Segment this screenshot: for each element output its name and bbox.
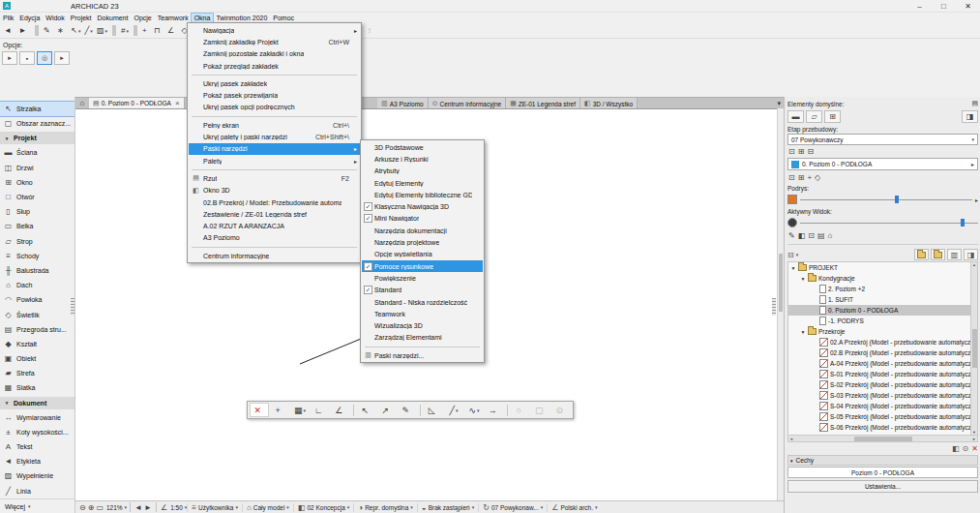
tab[interactable]: ▤ 0. Poziom 0 - PODŁOGA × (89, 98, 185, 108)
tree-item[interactable]: ▼ 02.A Przekrój (Model - przebudowanie a… (788, 337, 970, 347)
toolbox-item[interactable]: ▤ Przegroda stru... (0, 322, 74, 337)
scroll-up-icon[interactable]: ▲ (972, 262, 976, 267)
status-combo[interactable]: ∠ Polski arch. ▾ (547, 503, 601, 512)
navigator-map-icon[interactable]: ◨ (964, 249, 978, 260)
tree-item[interactable]: ▼ S-04 Przekrój (Model - przebudowanie a… (788, 401, 970, 411)
settings-panel-icon[interactable]: ◨ (962, 110, 978, 123)
menu-item[interactable]: A.02 RZUT A ARANŻACJA ▸ (189, 220, 360, 231)
menu-item[interactable]: A3 Poziomo ▸ (189, 232, 360, 244)
toolbox-item[interactable]: ▭ Belka (0, 219, 74, 233)
tree-item[interactable]: ▼ 02.B Przekrój (Model - przebudowanie a… (788, 347, 970, 358)
status-combo[interactable]: ◧ 02 Koncepcja ▾ (293, 503, 353, 512)
drafting-icon[interactable]: ▾ (353, 405, 354, 416)
submenu-item[interactable]: ✓ Standard ▸ (362, 285, 483, 296)
menubar-item[interactable]: Plik (0, 14, 16, 22)
menu-item[interactable]: Ukryj pasek opcji podręcznych ▸ (189, 102, 360, 113)
maximize-icon[interactable]: □ (932, 0, 956, 13)
renovation-filter-select[interactable]: 07 Powykonawczy ▾ (787, 134, 978, 145)
menu-item[interactable]: Ukryj palety i paski narzędzi Ctrl+Shift… (189, 131, 360, 142)
submenu-item[interactable]: ✓ Edytuj Elementy biblioteczne GDL ▸ (362, 189, 483, 200)
toolbox-item[interactable]: ↖ Strzałka (0, 102, 74, 116)
panel-tool-icon[interactable]: ⌂ (828, 231, 833, 240)
story-control-icon[interactable]: ⊟ (807, 147, 814, 156)
drafting-icon[interactable]: ◺ ▾ (424, 403, 443, 417)
menu-item[interactable]: Zamknij pozostałe zakładki i okna ▸ (189, 48, 360, 60)
toolbar-icon[interactable]: ↖ ▾ (69, 24, 82, 37)
scroll-left-icon[interactable]: ◄ (789, 437, 793, 441)
tree-item[interactable]: ▼ S-06 Przekrój (Model - przebudowanie a… (788, 422, 970, 433)
tree-item[interactable]: ▼ 1. SUFIT (788, 294, 970, 305)
tree-item[interactable]: ▼ A-04 Przekrój (Model - przebudowanie a… (788, 358, 970, 369)
menu-item[interactable]: Ukryj pasek zakładek ▸ (189, 77, 360, 89)
drafting-icon[interactable]: ▾ (420, 405, 421, 416)
submenu-item[interactable]: ✓ Narzędzia dokumentacji ▸ (362, 225, 483, 236)
story-control-icon[interactable]: ⊞ (798, 147, 805, 156)
canvas-scrollbar[interactable] (777, 108, 784, 500)
menu-item[interactable]: Pokaż przegląd zakładek ▸ (189, 60, 360, 72)
menu-item[interactable]: ▤ Rzut F2 ▸ (189, 172, 360, 184)
submenu-item[interactable]: ✓ Pomoce rysunkowe ▸ (362, 260, 483, 272)
menu-item[interactable]: Centrum informacyjne ▸ (189, 250, 360, 261)
toolbar-icon[interactable]: + ▾ (140, 24, 152, 37)
tree-item[interactable]: ▼ Przekroje (788, 326, 970, 337)
toolbar-icon[interactable]: ▾ (134, 25, 137, 36)
favorite-icon[interactable]: ▬ (787, 110, 804, 123)
close-icon[interactable]: ✕ (956, 0, 980, 13)
drafting-icon[interactable]: ↖ ▾ (357, 403, 376, 417)
toolbar-icon[interactable]: # ▾ (119, 24, 131, 37)
minimize-icon[interactable]: – (907, 0, 932, 13)
toolbox-item[interactable]: ± Koty wysokości... (0, 425, 74, 439)
zoom-value[interactable]: 121% (104, 504, 125, 511)
tree-item[interactable]: ▼ -1. PODRYS (788, 316, 970, 326)
drafting-icon[interactable]: → ▾ (485, 403, 504, 417)
submenu-item[interactable]: ✓ 3D Podstawowe ▸ (362, 141, 483, 153)
splitter-handle[interactable] (772, 298, 776, 316)
toolbox-item[interactable]: ▣ Obiekt (0, 351, 74, 366)
settings-button[interactable]: Ustawienia... (787, 480, 978, 493)
toolbar-icon[interactable]: ▾ (112, 25, 116, 36)
zoom-icon[interactable]: ▭ (95, 503, 104, 512)
panel-tool-icon[interactable]: ◧ (798, 231, 806, 240)
panel-tool-icon[interactable]: ✎ (788, 231, 795, 240)
drafting-aids-toolbar[interactable]: ✕ ▾ + ▾ ▦ ▾ ∟ ▾ ∠ ▾ ▾ ↖ ▾ (247, 401, 574, 419)
toolbox-item[interactable]: ◆ Kształt (0, 337, 74, 351)
status-combo[interactable]: ◑ Repr. domyślna ▾ (353, 503, 417, 512)
scroll-right-icon[interactable]: ► (972, 437, 976, 441)
navigator-map-icon[interactable]: ▥ (947, 249, 962, 260)
drafting-icon[interactable]: ▢ ▾ (531, 403, 550, 417)
chevron-right-icon[interactable]: ▸ (971, 161, 974, 167)
options-control[interactable]: ▸ (2, 51, 17, 65)
menubar-item[interactable]: Widok (43, 14, 67, 22)
project-chooser-icon[interactable]: ⊟ (787, 251, 794, 259)
view-control-icon[interactable]: ⊡ (788, 173, 795, 182)
options-control[interactable]: ▪ (19, 51, 35, 65)
active-view-slider[interactable] (800, 218, 978, 227)
tree-scrollbar[interactable]: ▲▼ (970, 262, 977, 435)
toolbar-icon[interactable]: ∠ ▾ (165, 24, 180, 37)
submenu-item[interactable]: ✓ Powiększenie ▸ (362, 272, 483, 284)
active-view-swatch[interactable] (787, 218, 797, 227)
tree-item[interactable]: ▼ S-05 Przekrój (Model - przebudowanie a… (788, 411, 970, 422)
status-combo[interactable]: ◒ Brak zastąpień ▾ (417, 503, 478, 512)
scale-value[interactable]: 1:50 (168, 504, 185, 511)
toolbar-icon[interactable]: ⊓ ▾ (152, 24, 165, 37)
menu-item[interactable]: Pełny ekran Ctrl+\ ▸ (189, 119, 360, 131)
submenu-item[interactable]: ✓ Standard - Niska rozdzielczość ▸ (362, 296, 483, 308)
tree-item[interactable]: ▼ S-01 Przekrój (Model - przebudowanie a… (788, 369, 970, 379)
favorite-icon[interactable]: ▱ (806, 110, 822, 123)
submenu-item[interactable]: ✓ Narzędzia projektowe ▸ (362, 236, 483, 248)
toolbox-item[interactable]: ⊞ Okno (0, 175, 74, 190)
menu-item[interactable]: Zamknij zakładkę Projekt Ctrl+W ▸ (189, 36, 360, 47)
chevron-right-icon[interactable]: ▸ (975, 196, 978, 203)
toolbar-icon[interactable]: ∗ ▾ (55, 24, 69, 37)
view-nav-icon[interactable]: ◄ (134, 503, 143, 512)
menu-item[interactable]: Nawigacja ▸ (189, 24, 360, 36)
toolbar-icon[interactable]: ▾ (35, 25, 39, 36)
toolbar-icon[interactable]: ► ▾ (16, 24, 31, 37)
submenu-item[interactable]: ✓ Edytuj Elementy ▸ (362, 177, 483, 189)
drafting-icon[interactable]: ▦ ▾ (290, 403, 310, 417)
expand-arrow-icon[interactable]: ▼ (800, 276, 806, 282)
toolbar-icon[interactable]: ✎ ▾ (42, 24, 55, 37)
panel-bottom-icon[interactable]: ✕ (971, 444, 978, 453)
submenu-item[interactable]: ✓ Opcje wyświetlania ▸ (362, 249, 483, 260)
